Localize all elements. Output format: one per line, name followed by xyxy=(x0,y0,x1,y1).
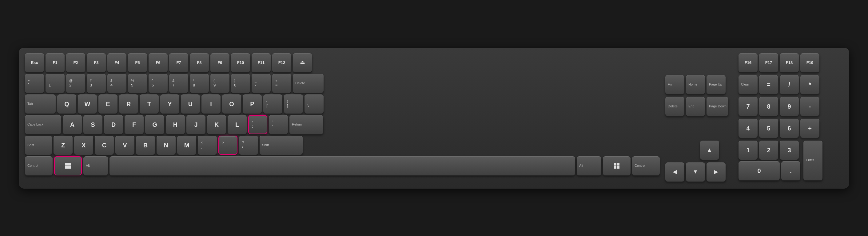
key-f8[interactable]: F8 xyxy=(190,53,209,72)
key-minus[interactable]: _ - xyxy=(252,74,271,93)
key-f9[interactable]: F9 xyxy=(210,53,229,72)
key-num-plus[interactable]: + xyxy=(800,119,819,138)
key-f1[interactable]: F1 xyxy=(45,53,65,72)
key-w[interactable]: W xyxy=(78,94,97,114)
key-1[interactable]: ! 1 xyxy=(45,74,65,93)
key-caps-lock[interactable]: Caps Lock xyxy=(25,115,61,134)
key-num-6[interactable]: 6 xyxy=(780,119,799,138)
key-f16[interactable]: F16 xyxy=(739,53,757,72)
key-num-7[interactable]: 7 xyxy=(739,97,757,116)
key-num-1[interactable]: 1 xyxy=(739,141,757,160)
key-c[interactable]: C xyxy=(95,136,114,155)
key-f12[interactable]: F12 xyxy=(272,53,291,72)
key-t[interactable]: T xyxy=(140,94,159,114)
key-u[interactable]: U xyxy=(181,94,200,114)
key-num-9[interactable]: 9 xyxy=(780,97,799,116)
key-lshift[interactable]: Shift xyxy=(25,136,52,155)
key-e[interactable]: E xyxy=(98,94,118,114)
key-num-clear[interactable]: Clear xyxy=(739,75,757,94)
key-fn[interactable]: Fn xyxy=(665,75,684,94)
key-i[interactable]: I xyxy=(202,94,220,114)
key-semicolon[interactable]: : ; xyxy=(248,115,267,134)
key-f10[interactable]: F10 xyxy=(231,53,250,72)
key-f4[interactable]: F4 xyxy=(107,53,126,72)
key-num-multiply[interactable]: * xyxy=(800,75,819,94)
key-slash[interactable]: ? / xyxy=(239,136,258,155)
key-4[interactable]: $ 4 xyxy=(107,74,126,93)
key-comma[interactable]: < , xyxy=(198,136,217,155)
key-num-3[interactable]: 3 xyxy=(780,141,799,160)
key-h[interactable]: H xyxy=(166,115,185,134)
key-f11[interactable]: F11 xyxy=(252,53,271,72)
key-num-5[interactable]: 5 xyxy=(759,119,778,138)
key-lctrl[interactable]: Control xyxy=(25,156,53,175)
key-rctrl[interactable]: Control xyxy=(632,156,660,175)
key-f3[interactable]: F3 xyxy=(87,53,106,72)
key-num-divide[interactable]: / xyxy=(780,75,799,94)
key-r[interactable]: R xyxy=(119,94,138,114)
key-space[interactable] xyxy=(110,156,575,175)
key-0[interactable]: ) 0 xyxy=(231,74,250,93)
key-end[interactable]: End xyxy=(686,97,705,116)
key-8[interactable]: * 8 xyxy=(190,74,209,93)
key-num-4[interactable]: 4 xyxy=(739,119,757,138)
key-rbracket[interactable]: } ] xyxy=(284,94,303,114)
key-return[interactable]: Return xyxy=(289,115,323,134)
key-f19[interactable]: F19 xyxy=(800,53,819,72)
key-m[interactable]: M xyxy=(177,136,196,155)
key-v[interactable]: V xyxy=(115,136,134,155)
key-page-down[interactable]: Page Down xyxy=(707,97,728,116)
key-3[interactable]: # 3 xyxy=(87,74,106,93)
key-esc[interactable]: Esc xyxy=(25,53,44,72)
key-eject[interactable]: ⏏ xyxy=(293,53,312,72)
key-7[interactable]: & 7 xyxy=(169,74,188,93)
key-k[interactable]: K xyxy=(207,115,226,134)
key-quote[interactable]: " ' xyxy=(269,115,288,134)
key-period[interactable]: > . xyxy=(218,136,238,155)
key-f6[interactable]: F6 xyxy=(149,53,167,72)
key-ralt[interactable]: Alt xyxy=(577,156,601,175)
key-page-up[interactable]: Page Up xyxy=(707,75,725,94)
key-o[interactable]: O xyxy=(222,94,241,114)
key-num-2[interactable]: 2 xyxy=(759,141,778,160)
key-arrow-right[interactable]: ▶ xyxy=(707,163,725,181)
key-6[interactable]: ^ 6 xyxy=(149,74,167,93)
key-9[interactable]: ( 9 xyxy=(210,74,229,93)
key-g[interactable]: G xyxy=(145,115,164,134)
key-num-equals[interactable]: = xyxy=(759,75,778,94)
key-lbracket[interactable]: { [ xyxy=(263,94,282,114)
key-lwin[interactable] xyxy=(54,156,82,175)
key-f17[interactable]: F17 xyxy=(759,53,778,72)
key-rshift[interactable]: Shift xyxy=(259,136,303,155)
key-n[interactable]: N xyxy=(157,136,176,155)
key-p[interactable]: P xyxy=(243,94,262,114)
key-q[interactable]: Q xyxy=(57,94,76,114)
key-rwin[interactable] xyxy=(603,156,630,175)
key-z[interactable]: Z xyxy=(54,136,72,155)
key-s[interactable]: S xyxy=(83,115,102,134)
key-f2[interactable]: F2 xyxy=(66,53,85,72)
key-arrow-left[interactable]: ◀ xyxy=(665,163,684,181)
key-a[interactable]: A xyxy=(63,115,82,134)
key-num-enter[interactable]: Enter xyxy=(803,141,823,180)
key-f18[interactable]: F18 xyxy=(780,53,799,72)
key-y[interactable]: Y xyxy=(160,94,179,114)
key-num-8[interactable]: 8 xyxy=(759,97,778,116)
key-num-dot[interactable]: . xyxy=(781,161,800,180)
key-arrow-down[interactable]: ▼ xyxy=(686,163,705,181)
key-f7[interactable]: F7 xyxy=(169,53,188,72)
key-nav-delete[interactable]: Delete xyxy=(665,97,684,116)
key-5[interactable]: % 5 xyxy=(128,74,147,93)
key-2[interactable]: @ 2 xyxy=(66,74,85,93)
key-l[interactable]: L xyxy=(227,115,247,134)
key-x[interactable]: X xyxy=(74,136,93,155)
key-backslash[interactable]: | \ xyxy=(305,94,323,114)
key-b[interactable]: B xyxy=(136,136,155,155)
key-tab[interactable]: Tab xyxy=(25,94,56,114)
key-f5[interactable]: F5 xyxy=(128,53,147,72)
key-f[interactable]: F xyxy=(125,115,144,134)
key-lalt[interactable]: Alt xyxy=(83,156,108,175)
key-backtick[interactable]: ~ ` xyxy=(25,74,44,93)
key-delete[interactable]: Delete xyxy=(293,74,323,93)
key-home[interactable]: Home xyxy=(686,75,705,94)
